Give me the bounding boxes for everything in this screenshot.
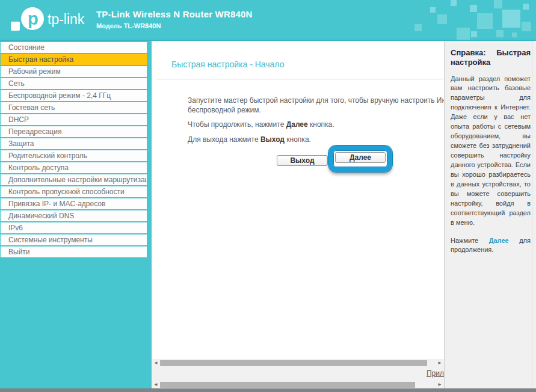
sidebar-item-0[interactable]: Состояние xyxy=(1,42,147,53)
router-model: Модель TL-WR840N xyxy=(96,22,253,29)
sidebar-item-17[interactable]: Выйти xyxy=(1,247,147,257)
sidebar-item-2[interactable]: Рабочий режим xyxy=(1,66,147,77)
sidebar-item-13[interactable]: Привязка IP- и MAC-адресов xyxy=(1,198,147,209)
next-button[interactable]: Далее xyxy=(335,152,386,163)
highlight-annotation: Далее xyxy=(328,145,392,172)
divider xyxy=(156,79,443,79)
continue-hint: Чтобы продолжить, нажмите Далее кнопка. xyxy=(188,120,444,130)
bottom-link[interactable]: Прил xyxy=(427,369,444,378)
sidebar-item-16[interactable]: Системные инструменты xyxy=(1,234,147,245)
router-title: TP-Link Wireless N Router WR840N xyxy=(96,9,253,19)
sidebar-item-3[interactable]: Сеть xyxy=(1,78,147,89)
logo-letter: p xyxy=(28,9,39,28)
help-paragraph: Данный раздел поможет вам настроить базо… xyxy=(451,75,531,228)
sidebar-item-5[interactable]: Гостевая сеть xyxy=(1,102,147,113)
scroll-right-icon[interactable] xyxy=(436,381,444,389)
help-next-link[interactable]: Далее xyxy=(489,237,509,244)
help-panel: Справка: Быстрая настройка Данный раздел… xyxy=(444,41,536,389)
bottom-link-strip: Прил xyxy=(152,367,444,381)
page-title: Быстрая настройка - Начало xyxy=(171,60,284,69)
sidebar-item-15[interactable]: IPv6 xyxy=(1,222,147,233)
instructions: Запустите мастер быстрой настройки для т… xyxy=(188,96,444,150)
intro-text: Запустите мастер быстрой настройки для т… xyxy=(188,96,444,115)
exit-button[interactable]: Выход xyxy=(277,155,328,166)
sidebar-item-12[interactable]: Контроль пропускной способности xyxy=(1,186,147,197)
tp-link-logo: p tp-link xyxy=(10,5,100,35)
main-frame: Быстрая настройка - Начало Запустите мас… xyxy=(152,41,444,359)
scrollbar-thumb[interactable] xyxy=(160,382,415,388)
header-decor-squares xyxy=(410,0,536,40)
brand-wordmark: tp-link xyxy=(48,11,85,27)
sidebar-item-6[interactable]: DHCP xyxy=(1,114,147,125)
sidebar-item-11[interactable]: Дополнительные настройки маршрутизации xyxy=(1,174,147,185)
help-scroll-gutter xyxy=(532,41,532,389)
sidebar-item-4[interactable]: Беспроводной режим - 2,4 ГГц xyxy=(1,90,147,101)
sidebar: СостояниеБыстрая настройкаРабочий режимС… xyxy=(0,41,152,389)
scroll-left-icon[interactable] xyxy=(152,359,160,367)
help-title: Справка: Быстрая настройка xyxy=(451,48,531,68)
horizontal-scrollbar-top[interactable] xyxy=(152,359,444,367)
window-bottom-edge xyxy=(0,388,536,392)
horizontal-scrollbar-bottom[interactable] xyxy=(152,381,444,389)
sidebar-item-9[interactable]: Родительский контроль xyxy=(1,150,147,161)
scrollbar-thumb[interactable] xyxy=(160,360,427,366)
sidebar-item-1[interactable]: Быстрая настройка xyxy=(1,54,147,65)
scroll-right-icon[interactable] xyxy=(436,359,444,367)
scroll-left-icon[interactable] xyxy=(152,381,160,389)
sidebar-item-7[interactable]: Переадресация xyxy=(1,126,147,137)
exit-hint: Для выхода нажмите Выход кнопка. xyxy=(188,135,444,145)
sidebar-item-8[interactable]: Защита xyxy=(1,138,147,149)
header-bar: p tp-link TP-Link Wireless N Router WR84… xyxy=(0,0,536,41)
sidebar-menu: СостояниеБыстрая настройкаРабочий режимС… xyxy=(0,41,152,257)
help-action-line: Нажмите Далее для продолжения. xyxy=(451,236,531,256)
sidebar-item-14[interactable]: Динамический DNS xyxy=(1,210,147,221)
sidebar-item-10[interactable]: Контроль доступа xyxy=(1,162,147,173)
